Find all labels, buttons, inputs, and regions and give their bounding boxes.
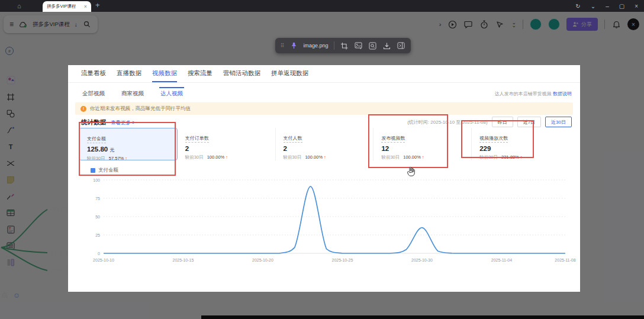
pay-amount-line-chart: 02550751002025-10-102025-10-152025-10-20… <box>80 175 569 277</box>
bottom-strip <box>201 315 644 319</box>
new-tab-button[interactable]: + <box>95 1 100 9</box>
tab-live-data[interactable]: 直播数据 <box>117 69 141 82</box>
svg-text:2025-10-25: 2025-10-25 <box>332 258 353 262</box>
svg-text:100: 100 <box>93 178 100 182</box>
svg-text:2025-11-04: 2025-11-04 <box>491 258 512 262</box>
warning-icon: ! <box>80 106 86 112</box>
annotation-rect-video-plays <box>461 120 534 158</box>
close-tab-icon[interactable]: × <box>84 4 87 9</box>
svg-text:0: 0 <box>98 252 100 256</box>
divider <box>334 41 334 50</box>
download-image-icon[interactable] <box>382 41 391 50</box>
tab-search-traffic[interactable]: 搜索流量 <box>188 69 212 82</box>
close-window-button[interactable]: × <box>635 3 638 9</box>
image-toolbar: ⠿ image.png <box>275 38 411 53</box>
data-explanation-link[interactable]: 数据说明 <box>553 91 572 96</box>
annotation-rect-pay-amount <box>79 122 176 176</box>
more-panel-icon[interactable] <box>397 41 405 50</box>
image-filename: image.png <box>304 43 329 49</box>
warning-text: 你近期未发布视频，商品曝光低于同行平均值 <box>90 105 191 112</box>
svg-text:50: 50 <box>95 215 100 219</box>
browser-tab[interactable]: 拼多多VIP课程 × <box>43 1 91 12</box>
annotation-rect-published-videos <box>368 114 448 168</box>
up-arrow-icon: ↑ <box>324 154 326 160</box>
drag-handle[interactable]: ⠿ <box>281 43 284 49</box>
svg-text:2025-11-08: 2025-11-08 <box>555 258 575 262</box>
svg-text:2025-10-30: 2025-10-30 <box>411 258 433 262</box>
subtab-influencer-videos[interactable]: 达人视频 <box>159 87 184 100</box>
app-window: ⌂ 拼多多VIP课程 × + ↻ ⌄ – ▢ × ≡ 拼多多VIP课程 ↓ › <box>0 0 644 319</box>
crop-frame-icon[interactable] <box>340 41 349 50</box>
tab-marketing-data[interactable]: 营销活动数据 <box>223 69 260 82</box>
home-icon[interactable]: ⌂ <box>17 2 21 10</box>
video-sub-tabs: 全部视频 商家视频 达人视频 <box>81 87 184 100</box>
pin-icon[interactable] <box>289 41 298 50</box>
up-arrow-icon: ↑ <box>226 154 228 160</box>
divider <box>68 82 580 83</box>
subtab-merchant-videos[interactable]: 商家视频 <box>120 87 145 100</box>
browser-tab-title: 拼多多VIP课程 <box>47 4 82 9</box>
preview-zoom-icon[interactable] <box>368 41 377 50</box>
tab-group-rebate-data[interactable]: 拼单返现数据 <box>271 69 308 82</box>
minimize-button[interactable]: – <box>606 3 609 9</box>
svg-text:2025-10-15: 2025-10-15 <box>173 258 194 262</box>
replace-image-icon[interactable] <box>354 41 363 50</box>
chevron-down-icon[interactable]: ⌄ <box>591 3 595 9</box>
browser-chrome: ⌂ 拼多多VIP课程 × + ↻ ⌄ – ▢ × <box>0 0 644 12</box>
tab-traffic-board[interactable]: 流量看板 <box>81 69 106 82</box>
tab-video-data[interactable]: 视频数据 <box>152 69 177 82</box>
dashboard-image[interactable]: 流量看板 直播数据 视频数据 搜索流量 营销活动数据 拼单返现数据 全部视频 商… <box>68 65 580 292</box>
maximize-button[interactable]: ▢ <box>619 3 624 9</box>
window-controls: ↻ ⌄ – ▢ × <box>575 0 638 12</box>
card-pay-orders[interactable]: 支付订单数 2 较前30日100.00%↑ <box>178 128 276 160</box>
svg-text:2025-10-20: 2025-10-20 <box>252 258 273 262</box>
svg-text:25: 25 <box>95 233 100 237</box>
card-pay-users[interactable]: 支付人数 2 较前30日100.00%↑ <box>276 128 374 160</box>
svg-text:2025-10-10: 2025-10-10 <box>93 258 114 262</box>
dashboard-nav-tabs: 流量看板 直播数据 视频数据 搜索流量 营销活动数据 拼单返现数据 <box>81 69 308 82</box>
svg-text:75: 75 <box>95 196 100 201</box>
range-30d-button[interactable]: 近30日 <box>545 117 572 127</box>
warning-banner: ! 你近期未发布视频，商品曝光低于同行平均值 <box>75 102 573 115</box>
hand-cursor <box>407 166 416 179</box>
subtab-all-videos[interactable]: 全部视频 <box>81 87 106 100</box>
reload-icon[interactable]: ↻ <box>575 3 580 9</box>
scope-note: 达人发布的本店铺带货视频 数据说明 <box>495 91 572 97</box>
